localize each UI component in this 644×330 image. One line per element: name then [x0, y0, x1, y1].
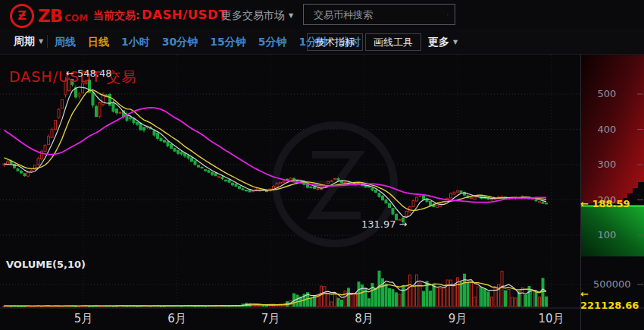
volume-indicator-label: VOLUME(5,10)	[6, 259, 86, 270]
period-tab-4[interactable]: 15分钟	[210, 36, 245, 49]
chevron-down-icon: ▼	[289, 12, 293, 19]
peak-price-annotation: ← 548.48	[66, 68, 112, 79]
price-tick-100: 100	[592, 229, 622, 240]
toolbar-more-label: 更多	[428, 36, 449, 48]
period-tab-5[interactable]: 5分钟	[258, 36, 287, 49]
toolbar-divider	[47, 35, 48, 48]
search-box	[303, 4, 455, 25]
period-tab-1[interactable]: 日线	[88, 36, 109, 49]
current-price-tag: ← 188.59	[580, 198, 630, 209]
logo-text-zb: ZB	[38, 6, 62, 26]
zb-logo[interactable]: Ƶ ZB COM	[10, 4, 88, 28]
period-menu[interactable]: 周期▼	[14, 35, 43, 49]
low-price-annotation: 131.97 →	[361, 218, 408, 230]
current-trade-label: 当前交易:	[93, 9, 140, 23]
price-tick-400: 400	[592, 124, 622, 135]
search-icon[interactable]	[447, 8, 449, 21]
time-label-3: 8月	[348, 312, 381, 326]
app-header: Ƶ ZB COM 当前交易: DASH/USDT 更多交易市场▼	[0, 0, 644, 29]
drawing-tools-button[interactable]: 画线工具	[365, 33, 421, 51]
zb-logo-icon: Ƶ	[10, 4, 34, 28]
time-label-1: 6月	[161, 312, 194, 326]
logo-text-com: COM	[64, 13, 88, 24]
time-label-4: 9月	[441, 312, 474, 326]
price-tick-300: 300	[592, 159, 622, 170]
period-tab-3[interactable]: 30分钟	[162, 36, 198, 49]
period-label: 周期	[14, 35, 35, 47]
current-volume-tag: ← 221128.66	[580, 288, 644, 311]
period-tab-0[interactable]: 周线	[55, 36, 76, 49]
current-pair-value: DASH/USDT	[142, 8, 227, 22]
chevron-down-icon: ▼	[39, 38, 43, 45]
time-label-2: 7月	[254, 312, 287, 326]
more-markets-label: 更多交易市场	[221, 9, 285, 21]
chevron-down-icon: ▼	[453, 39, 458, 46]
price-tick-500: 500	[592, 88, 622, 99]
search-input[interactable]	[304, 9, 447, 20]
time-label-0: 5月	[67, 312, 100, 326]
period-tab-2[interactable]: 1小时	[121, 36, 150, 49]
time-label-5: 10月	[535, 312, 568, 326]
zb-kline-app: Ƶ ZB COM 当前交易: DASH/USDT 更多交易市场▼ 周期▼ 周线日…	[0, 0, 644, 330]
more-markets-menu[interactable]: 更多交易市场▼	[221, 9, 293, 23]
toolbar-more-menu[interactable]: 更多▼	[428, 36, 458, 49]
indicators-button[interactable]: 技术指标	[307, 33, 363, 51]
chart-toolbar: 周期▼ 周线日线1小时30分钟15分钟5分钟1分钟分时 技术指标 画线工具 更多…	[0, 29, 644, 55]
